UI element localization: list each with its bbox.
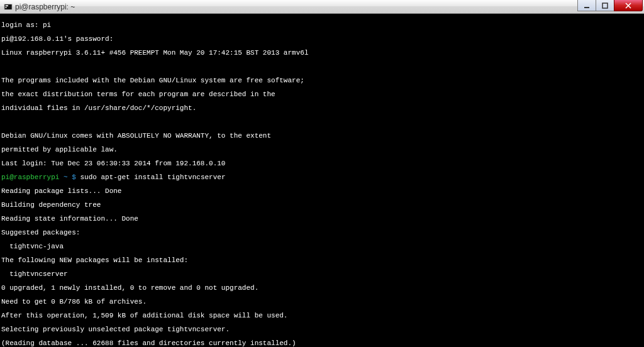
maximize-button[interactable] bbox=[596, 0, 614, 11]
terminal-line: Last login: Tue Dec 23 06:30:33 2014 fro… bbox=[1, 160, 643, 167]
prompt-line: pi@raspberrypi ~ $ sudo apt-get install … bbox=[1, 174, 643, 181]
minimize-button[interactable] bbox=[577, 0, 596, 11]
terminal-line: The following NEW packages will be insta… bbox=[1, 257, 643, 264]
putty-icon bbox=[4, 3, 13, 11]
svg-rect-1 bbox=[6, 5, 8, 6]
svg-rect-4 bbox=[602, 3, 608, 8]
terminal-line: 0 upgraded, 1 newly installed, 0 to remo… bbox=[1, 285, 643, 292]
terminal-line: the exact distribution terms for each pr… bbox=[1, 91, 643, 98]
window-controls bbox=[578, 0, 644, 13]
terminal-line: (Reading database ... 62688 files and di… bbox=[1, 340, 643, 347]
terminal-line: Reading package lists... Done bbox=[1, 188, 643, 195]
terminal-line: The programs included with the Debian GN… bbox=[1, 77, 643, 84]
titlebar-left: pi@raspberrypi: ~ bbox=[0, 3, 75, 11]
command-text: sudo apt-get install tightvncserver bbox=[80, 174, 225, 181]
svg-rect-2 bbox=[6, 7, 7, 8]
terminal-line: tightvncserver bbox=[1, 271, 643, 278]
terminal-line: login as: pi bbox=[1, 22, 643, 29]
prompt-dir: ~ $ bbox=[64, 174, 76, 181]
svg-rect-3 bbox=[584, 7, 589, 8]
close-button[interactable] bbox=[614, 0, 643, 11]
window-title: pi@raspberrypi: ~ bbox=[15, 3, 75, 11]
terminal-line bbox=[1, 63, 643, 70]
terminal-line: Need to get 0 B/786 kB of archives. bbox=[1, 299, 643, 306]
terminal-line: individual files in /usr/share/doc/*/cop… bbox=[1, 105, 643, 112]
terminal-line: Debian GNU/Linux comes with ABSOLUTELY N… bbox=[1, 133, 643, 140]
terminal-line: pi@192.168.0.11's password: bbox=[1, 36, 643, 43]
terminal-line: Suggested packages: bbox=[1, 229, 643, 236]
terminal-line bbox=[1, 119, 643, 126]
terminal-line: After this operation, 1,509 kB of additi… bbox=[1, 312, 643, 319]
terminal-line: tightvnc-java bbox=[1, 243, 643, 250]
terminal-output[interactable]: login as: pi pi@192.168.0.11's password:… bbox=[0, 14, 644, 347]
terminal-line: permitted by applicable law. bbox=[1, 146, 643, 153]
prompt-user: pi@raspberrypi bbox=[1, 174, 59, 181]
terminal-line: Linux raspberrypi 3.6.11+ #456 PREEMPT M… bbox=[1, 50, 643, 57]
terminal-line: Reading state information... Done bbox=[1, 216, 643, 223]
terminal-line: Building dependency tree bbox=[1, 202, 643, 209]
window-titlebar: pi@raspberrypi: ~ bbox=[0, 0, 644, 14]
terminal-line: Selecting previously unselected package … bbox=[1, 326, 643, 333]
